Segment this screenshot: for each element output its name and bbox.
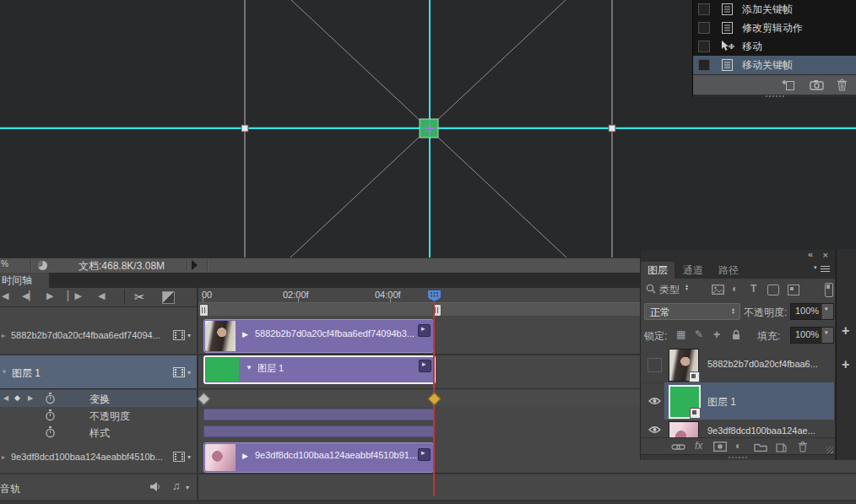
speaker-icon[interactable] bbox=[150, 482, 161, 491]
add-layer-mask-icon[interactable] bbox=[713, 442, 727, 452]
tab-layers[interactable]: 图层 bbox=[641, 262, 675, 279]
history-brush-source-checkbox[interactable] bbox=[698, 41, 710, 52]
disclosure-triangle-icon[interactable]: ▸ bbox=[2, 332, 5, 339]
track-name[interactable]: 5882b2b7d0a20cf4fbaa6edf74094... bbox=[11, 330, 167, 340]
visibility-eye-icon[interactable] bbox=[648, 425, 661, 434]
filter-shape-layers-icon[interactable] bbox=[767, 285, 779, 295]
track-options-dropdown-icon[interactable]: ▾ bbox=[187, 453, 191, 461]
filmstrip-icon[interactable] bbox=[173, 367, 185, 377]
layer-name[interactable]: 9e3df8dcd100baa124ae... bbox=[707, 425, 826, 436]
play-button[interactable]: ▶ bbox=[46, 290, 53, 301]
next-keyframe-icon[interactable]: ▶ bbox=[28, 394, 33, 402]
track-header-audio[interactable]: 音轨 ♫ ▾ bbox=[0, 474, 197, 501]
track-header-video1[interactable]: ▸ 5882b2b7d0a20cf4fbaa6edf74094... ▾ bbox=[0, 316, 197, 355]
filter-toggle-switch[interactable] bbox=[825, 283, 833, 297]
previous-keyframe-icon[interactable]: ◀ bbox=[3, 394, 8, 402]
clip-side-button[interactable]: ▸ bbox=[419, 360, 431, 372]
new-document-from-state-icon[interactable] bbox=[782, 79, 795, 91]
tab-channels[interactable]: 通道 bbox=[676, 262, 710, 279]
filter-type-updown-icon[interactable]: ▲▼ bbox=[685, 284, 689, 290]
tab-timeline[interactable]: 时间轴 bbox=[0, 272, 49, 288]
disclosure-triangle-icon[interactable]: ▼ bbox=[1, 368, 8, 376]
clip-disclosure-icon[interactable]: ▶ bbox=[242, 330, 248, 339]
collapse-panel-icon[interactable]: « bbox=[808, 249, 813, 259]
layer-row[interactable]: 5882b2b7d0a20cf4fbaa6... bbox=[642, 347, 834, 383]
track-options-dropdown-icon[interactable]: ▾ bbox=[187, 332, 191, 339]
property-row-opacity[interactable]: 不透明度 bbox=[0, 407, 197, 425]
layer-row-clipped[interactable]: 9e3df8dcd100baa124ae... bbox=[642, 420, 834, 437]
layer-name[interactable]: 5882b2b7d0a20cf4fbaa6... bbox=[707, 359, 826, 369]
layer-thumbnail-green[interactable] bbox=[669, 385, 701, 419]
dock-add-button[interactable]: + bbox=[842, 323, 849, 339]
filter-pixel-layers-icon[interactable] bbox=[712, 285, 724, 295]
track-header-video2[interactable]: ▸ 9e3df8dcd100baa124aeabbf4510b... ▾ bbox=[0, 441, 197, 474]
transition-button[interactable] bbox=[162, 291, 175, 304]
layers-panel-resize-edge[interactable] bbox=[641, 454, 835, 460]
next-frame-button[interactable]: ▏▶ bbox=[68, 290, 82, 301]
lock-transparency-icon[interactable]: ▦ bbox=[676, 328, 685, 340]
property-row-transform[interactable]: ◀ ◆ ▶ 变换 bbox=[0, 390, 197, 408]
layer-style-fx-icon[interactable]: fx bbox=[695, 440, 702, 452]
property-row-style[interactable]: 样式 bbox=[0, 424, 197, 442]
panel-menu-icon[interactable]: ▾ bbox=[821, 266, 830, 272]
new-adjustment-layer-icon[interactable]: ◐ bbox=[735, 440, 741, 452]
transform-right-handle[interactable] bbox=[609, 125, 615, 132]
track-options-dropdown-icon[interactable]: ▾ bbox=[187, 369, 191, 377]
status-options-arrow[interactable] bbox=[192, 260, 198, 270]
add-keyframe-diamond-icon[interactable]: ◆ bbox=[14, 393, 20, 402]
filter-smart-objects-icon[interactable] bbox=[788, 285, 799, 295]
history-state-row[interactable]: 添加关键帧 bbox=[693, 0, 856, 19]
opacity-property-band[interactable] bbox=[203, 409, 434, 420]
history-brush-source-checkbox[interactable] bbox=[698, 22, 710, 34]
new-snapshot-camera-icon[interactable] bbox=[810, 79, 824, 90]
fill-value-field[interactable]: 100% ▾ bbox=[790, 327, 834, 344]
lock-position-move-icon[interactable]: + bbox=[713, 328, 720, 341]
style-property-band[interactable] bbox=[203, 425, 434, 437]
track-name[interactable]: 图层 1 bbox=[12, 366, 164, 381]
split-at-playhead-scissors-button[interactable]: ✂ bbox=[134, 290, 145, 305]
blend-mode-select[interactable]: 正常 ▲▼ bbox=[644, 303, 740, 320]
history-brush-source-checkbox[interactable] bbox=[698, 3, 710, 15]
opacity-value-field[interactable]: 100% ▾ bbox=[790, 303, 834, 320]
delete-layer-trash-icon[interactable] bbox=[798, 441, 808, 453]
clip-side-button[interactable]: ▸ bbox=[418, 448, 431, 461]
new-layer-icon[interactable] bbox=[776, 442, 788, 453]
history-state-row-selected[interactable]: 移动关键帧 bbox=[693, 56, 856, 75]
layer-thumbnail[interactable] bbox=[669, 349, 699, 382]
new-group-folder-icon[interactable] bbox=[754, 442, 767, 452]
clip-layer1-selected[interactable]: ▼ 图层 1 ▸ bbox=[203, 355, 436, 384]
clip-disclosure-icon[interactable]: ▶ bbox=[242, 452, 248, 460]
dock-add-button[interactable]: + bbox=[842, 357, 849, 372]
visibility-eye-icon[interactable] bbox=[648, 397, 661, 405]
audio-options-dropdown-icon[interactable]: ▾ bbox=[186, 484, 189, 491]
playhead-head[interactable] bbox=[426, 289, 442, 302]
layer-row-selected[interactable]: 图层 1 bbox=[642, 382, 834, 420]
close-panel-icon[interactable]: × bbox=[823, 250, 828, 260]
stopwatch-icon[interactable] bbox=[45, 426, 56, 438]
track-header-layer1-selected[interactable]: ▼ 图层 1 ▾ bbox=[0, 355, 197, 389]
lock-pixels-brush-icon[interactable]: ✎ bbox=[695, 328, 703, 340]
history-state-row[interactable]: 移动 bbox=[693, 37, 856, 57]
visibility-toggle-empty[interactable] bbox=[647, 358, 662, 372]
layer-thumbnail[interactable] bbox=[669, 421, 699, 437]
filter-adjustment-layers-icon[interactable]: ◐ bbox=[732, 283, 738, 295]
stopwatch-icon[interactable] bbox=[45, 393, 56, 404]
history-panel-resize-edge[interactable] bbox=[693, 95, 856, 97]
filmstrip-icon[interactable] bbox=[173, 452, 185, 462]
track-name[interactable]: 9e3df8dcd100baa124aeabbf4510b... bbox=[11, 452, 167, 462]
lock-all-padlock-icon[interactable] bbox=[732, 329, 740, 340]
transform-left-handle[interactable] bbox=[241, 125, 248, 132]
mute-audio-button[interactable]: ◀ bbox=[98, 290, 105, 301]
layer-name[interactable]: 图层 1 bbox=[707, 395, 826, 409]
disclosure-triangle-icon[interactable]: ▸ bbox=[2, 453, 5, 461]
filter-type-label[interactable]: 类型 bbox=[659, 283, 680, 297]
clip-disclosure-icon[interactable]: ▼ bbox=[246, 364, 252, 371]
tab-paths[interactable]: 路径 bbox=[712, 262, 745, 279]
opacity-dropdown-button[interactable]: ▾ bbox=[821, 304, 833, 319]
history-state-row[interactable]: 修改剪辑动作 bbox=[693, 19, 856, 38]
link-layers-chain-icon[interactable] bbox=[671, 443, 685, 451]
panel-resize-grip[interactable] bbox=[826, 447, 833, 453]
filmstrip-icon[interactable] bbox=[173, 330, 185, 340]
fill-dropdown-button[interactable]: ▾ bbox=[821, 328, 833, 343]
clip-side-button[interactable]: ▸ bbox=[418, 324, 431, 337]
